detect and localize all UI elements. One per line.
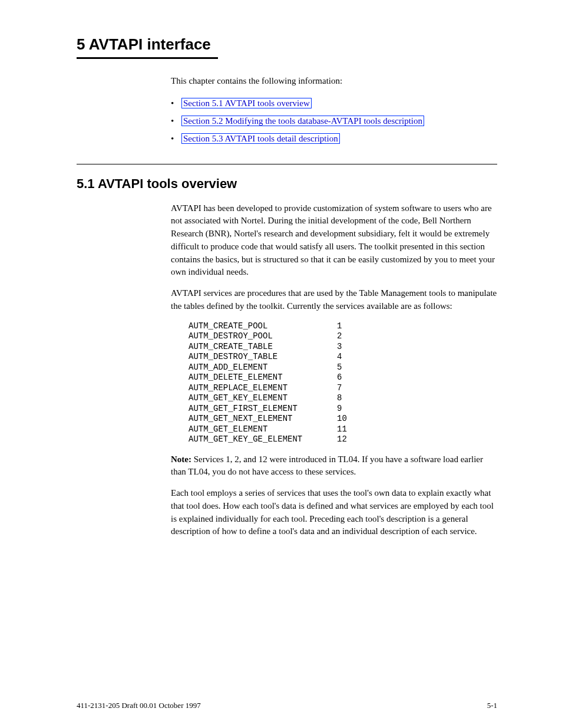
note-label: Note: — [171, 454, 191, 464]
chapter-rule — [77, 57, 218, 59]
intro-line: This chapter contains the following info… — [171, 75, 497, 87]
note-paragraph: Note: Services 1, 2, and 12 were introdu… — [171, 453, 497, 479]
page-footer: 411-2131-205 Draft 00.01 October 1997 5-… — [77, 701, 497, 710]
section-link-item: Section 5.2 Modifying the tools database… — [171, 112, 497, 130]
footer-left: 411-2131-205 Draft 00.01 October 1997 — [77, 701, 201, 710]
section-link-item: Section 5.1 AVTAPI tools overview — [171, 94, 497, 112]
chapter-heading: 5 AVTAPI interface — [77, 35, 497, 54]
section-rule — [77, 164, 497, 164]
section-title: 5.1 AVTAPI tools overview — [77, 176, 497, 192]
services-table: AUTM_CREATE_POOL 1 AUTM_DESTROY_POOL 2 A… — [189, 321, 497, 445]
note-text: Services 1, 2, and 12 were introduced in… — [171, 454, 483, 477]
body-paragraph: AVTAPI has been developed to provide cus… — [171, 202, 497, 279]
body-paragraph: Each tool employs a series of services t… — [171, 487, 497, 538]
body-paragraph: AVTAPI services are procedures that are … — [171, 287, 497, 313]
section-link-item: Section 5.3 AVTAPI tools detail descript… — [171, 130, 497, 147]
section-link[interactable]: Section 5.3 AVTAPI tools detail descript… — [181, 133, 340, 144]
section-link[interactable]: Section 5.2 Modifying the tools database… — [181, 116, 424, 126]
footer-page-number: 5-1 — [487, 701, 497, 710]
section-links-list: Section 5.1 AVTAPI tools overview Sectio… — [171, 94, 497, 147]
section-link[interactable]: Section 5.1 AVTAPI tools overview — [181, 98, 312, 108]
